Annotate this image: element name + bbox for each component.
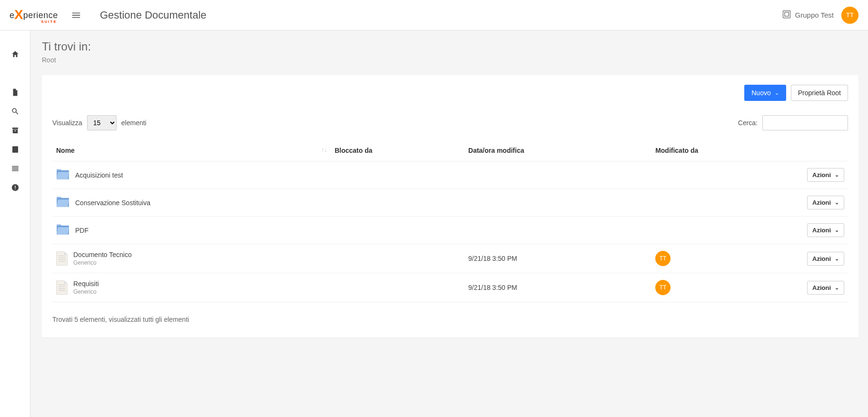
page-size-select[interactable]: 10152550100 bbox=[87, 115, 117, 130]
alert-badge-icon bbox=[11, 183, 20, 192]
table-row: Acquisizioni testAzioni⌄ bbox=[52, 161, 848, 189]
cell-locked-by bbox=[331, 273, 464, 302]
cell-modified-by bbox=[651, 161, 800, 189]
col-header-name[interactable]: Nome ↑↓ bbox=[52, 140, 331, 161]
cell-locked-by bbox=[331, 244, 464, 273]
group-icon bbox=[782, 10, 791, 20]
breadcrumb: Ti trovi in: Root bbox=[42, 40, 858, 64]
sidebar-item-documents[interactable] bbox=[0, 83, 30, 102]
sidebar-item-alert[interactable] bbox=[0, 178, 30, 197]
new-button-label: Nuovo bbox=[751, 89, 770, 97]
archive-icon bbox=[11, 126, 20, 135]
modifier-avatar[interactable]: TT bbox=[655, 251, 671, 266]
properties-button[interactable]: Proprietà Root bbox=[791, 85, 848, 101]
item-name[interactable]: Requisiti bbox=[73, 280, 99, 288]
app-title: Gestione Documentale bbox=[100, 9, 207, 21]
item-name[interactable]: PDF bbox=[75, 227, 89, 234]
cell-modified-by: TT bbox=[651, 244, 800, 273]
chevron-down-icon: ⌄ bbox=[835, 227, 839, 233]
chevron-down-icon: ⌄ bbox=[835, 172, 839, 178]
menu-toggle-button[interactable] bbox=[62, 10, 90, 20]
item-subtype: Generico bbox=[73, 259, 132, 266]
item-name[interactable]: Conservazione Sostituiva bbox=[75, 199, 150, 207]
sidebar-item-list[interactable] bbox=[0, 159, 30, 178]
document-icon bbox=[56, 280, 68, 295]
main-content: Ti trovi in: Root Nuovo ⌄ Proprietà Root… bbox=[30, 30, 868, 417]
item-subtype: Generico bbox=[73, 288, 99, 295]
cell-modified-at bbox=[464, 217, 651, 244]
document-table: Nome ↑↓ Bloccato da Data/ora modifica Mo… bbox=[52, 140, 848, 302]
page-size-prefix: Visualizza bbox=[52, 119, 82, 127]
col-header-modified-at[interactable]: Data/ora modifica bbox=[464, 140, 651, 161]
home-icon bbox=[11, 50, 20, 59]
app-header: eXperience SUITE Gestione Documentale Gr… bbox=[0, 0, 868, 30]
table-row: PDFAzioni⌄ bbox=[52, 217, 848, 244]
item-name[interactable]: Acquisizioni test bbox=[75, 171, 123, 179]
chevron-down-icon: ⌄ bbox=[835, 285, 839, 291]
document-icon bbox=[11, 88, 20, 97]
hamburger-icon bbox=[71, 10, 81, 20]
row-actions-button[interactable]: Azioni⌄ bbox=[807, 281, 844, 295]
table-row: Documento TecnicoGenerico9/21/18 3:50 PM… bbox=[52, 244, 848, 273]
chevron-down-icon: ⌄ bbox=[835, 199, 839, 206]
folder-icon bbox=[56, 224, 69, 237]
sidebar-item-search[interactable] bbox=[0, 102, 30, 121]
col-header-modified-by[interactable]: Modificato da bbox=[651, 140, 800, 161]
svg-rect-1 bbox=[784, 12, 788, 16]
table-row: RequisitiGenerico9/21/18 3:50 PMTTAzioni… bbox=[52, 273, 848, 302]
cell-modified-by bbox=[651, 189, 800, 217]
brand-logo[interactable]: eXperience SUITE bbox=[10, 6, 62, 24]
modifier-avatar[interactable]: TT bbox=[655, 280, 671, 295]
search-input[interactable] bbox=[762, 115, 848, 130]
folder-icon bbox=[56, 169, 69, 181]
cell-modified-at bbox=[464, 161, 651, 189]
row-actions-button[interactable]: Azioni⌄ bbox=[807, 252, 844, 266]
cell-locked-by bbox=[331, 161, 464, 189]
cell-modified-at bbox=[464, 189, 651, 217]
search-label: Cerca: bbox=[738, 119, 758, 127]
chevron-down-icon: ⌄ bbox=[835, 256, 839, 262]
user-avatar[interactable]: TT bbox=[841, 7, 858, 24]
cell-modified-at: 9/21/18 3:50 PM bbox=[464, 244, 651, 273]
sidebar-item-book[interactable] bbox=[0, 140, 30, 159]
document-icon bbox=[56, 251, 68, 266]
search-icon bbox=[11, 107, 20, 116]
chevron-down-icon: ⌄ bbox=[775, 90, 779, 96]
row-actions-button[interactable]: Azioni⌄ bbox=[807, 168, 844, 182]
content-card: Nuovo ⌄ Proprietà Root Visualizza 101525… bbox=[42, 75, 858, 338]
sort-icon: ↑↓ bbox=[321, 147, 327, 153]
cell-locked-by bbox=[331, 217, 464, 244]
cell-modified-by: TT bbox=[651, 273, 800, 302]
row-actions-button[interactable]: Azioni⌄ bbox=[807, 196, 844, 209]
sidebar-item-home[interactable] bbox=[0, 45, 30, 64]
new-button[interactable]: Nuovo ⌄ bbox=[744, 85, 786, 101]
table-row: Conservazione SostituivaAzioni⌄ bbox=[52, 189, 848, 217]
properties-button-label: Proprietà Root bbox=[798, 89, 841, 97]
sidebar bbox=[0, 30, 30, 417]
cell-locked-by bbox=[331, 189, 464, 217]
table-footer-summary: Trovati 5 elementi, visualizzati tutti g… bbox=[52, 316, 848, 323]
cell-modified-at: 9/21/18 3:50 PM bbox=[464, 273, 651, 302]
breadcrumb-path: Root bbox=[42, 56, 858, 64]
svg-rect-0 bbox=[783, 11, 790, 18]
breadcrumb-label: Ti trovi in: bbox=[42, 40, 858, 53]
item-name[interactable]: Documento Tecnico bbox=[73, 251, 132, 258]
folder-icon bbox=[56, 196, 69, 209]
sidebar-item-archive[interactable] bbox=[0, 121, 30, 140]
group-selector[interactable]: Gruppo Test bbox=[782, 10, 834, 20]
group-label: Gruppo Test bbox=[795, 11, 834, 19]
page-size-suffix: elementi bbox=[121, 119, 147, 127]
book-icon bbox=[11, 145, 20, 154]
row-actions-button[interactable]: Azioni⌄ bbox=[807, 223, 844, 237]
list-icon bbox=[11, 164, 20, 173]
cell-modified-by bbox=[651, 217, 800, 244]
col-header-locked[interactable]: Bloccato da bbox=[331, 140, 464, 161]
